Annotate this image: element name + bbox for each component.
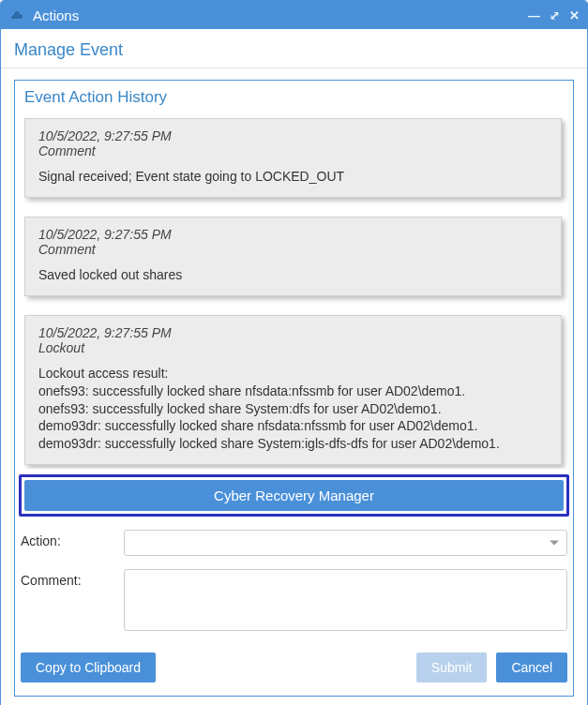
entry-message: Lockout access result: onefs93: successf… <box>38 365 548 453</box>
cancel-button[interactable]: Cancel <box>496 652 567 682</box>
comment-label: Comment: <box>21 569 124 588</box>
titlebar: Actions — ⤢ ✕ <box>1 1 587 29</box>
chevron-down-icon <box>550 541 559 546</box>
history-panel: Event Action History 10/5/2022, 9:27:55 … <box>14 80 574 697</box>
entry-timestamp: 10/5/2022, 9:27:55 PM <box>38 128 548 143</box>
history-entry: 10/5/2022, 9:27:55 PM Lockout Lockout ac… <box>24 315 562 465</box>
maximize-button[interactable]: ⤢ <box>550 8 560 22</box>
history-panel-title: Event Action History <box>15 81 573 112</box>
entry-type: Comment <box>38 242 548 257</box>
close-button[interactable]: ✕ <box>569 8 580 22</box>
content-area: Event Action History 10/5/2022, 9:27:55 … <box>1 70 587 705</box>
entry-message: Saved locked out shares <box>38 266 548 284</box>
history-list: 10/5/2022, 9:27:55 PM Comment Signal rec… <box>15 112 573 469</box>
app-icon <box>8 7 25 23</box>
comment-textarea[interactable] <box>124 569 567 631</box>
minimize-button[interactable]: — <box>528 8 540 22</box>
action-select[interactable] <box>124 530 567 556</box>
copy-clipboard-button[interactable]: Copy to Clipboard <box>21 652 156 682</box>
form-area: Action: Comment: <box>15 517 573 634</box>
entry-type: Comment <box>38 143 548 158</box>
cyber-recovery-button[interactable]: Cyber Recovery Manager <box>24 480 564 511</box>
entry-message: Signal received; Event state going to LO… <box>38 168 548 186</box>
window-title: Actions <box>33 8 528 23</box>
window-controls: — ⤢ ✕ <box>528 8 580 22</box>
entry-type: Lockout <box>38 340 548 355</box>
button-row: Copy to Clipboard Submit Cancel <box>15 647 573 696</box>
history-entry: 10/5/2022, 9:27:55 PM Comment Signal rec… <box>24 118 562 198</box>
entry-timestamp: 10/5/2022, 9:27:55 PM <box>38 227 548 242</box>
submit-button[interactable]: Submit <box>416 652 488 682</box>
action-label: Action: <box>21 530 124 548</box>
cyber-recovery-wrap: Cyber Recovery Manager <box>19 474 569 517</box>
page-title: Manage Event <box>1 29 587 68</box>
history-entry: 10/5/2022, 9:27:55 PM Comment Saved lock… <box>24 217 562 296</box>
entry-timestamp: 10/5/2022, 9:27:55 PM <box>38 325 548 340</box>
actions-window: Actions — ⤢ ✕ Manage Event Event Action … <box>0 0 588 705</box>
